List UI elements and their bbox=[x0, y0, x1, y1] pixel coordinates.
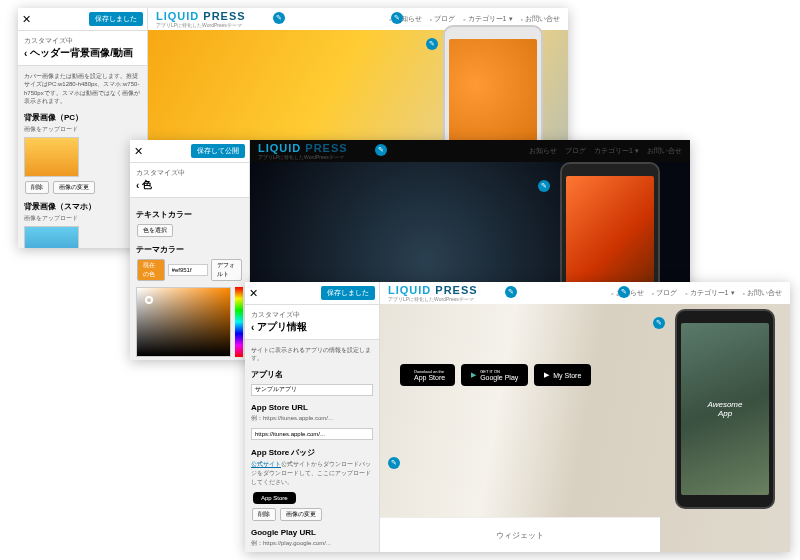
edit-shortcut-icon[interactable]: ✎ bbox=[426, 38, 438, 50]
app-overlay-text: Awesome App bbox=[703, 400, 747, 418]
googleplay-badge[interactable]: ▶GET IT ONGoogle Play bbox=[461, 364, 528, 386]
nav-menu: ◦ お知らせ ◦ ブログ ◦ カテゴリー1▾ ◦ お問い合せ bbox=[389, 14, 560, 24]
nav-cat[interactable]: カテゴリー1▾ bbox=[594, 146, 639, 156]
back-icon[interactable]: ‹ bbox=[136, 180, 139, 191]
section-description: カバー画像または動画を設定します。推奨サイズはPC:w1280-h480px、ス… bbox=[24, 72, 141, 106]
breadcrumb[interactable]: カスタマイズ中 ‹アプリ情報 bbox=[245, 305, 379, 340]
nav-cat[interactable]: ◦ カテゴリー1▾ bbox=[685, 288, 734, 298]
appstore-badge-thumb[interactable]: App Store bbox=[253, 492, 296, 504]
close-icon[interactable]: ✕ bbox=[249, 287, 258, 300]
edit-shortcut-icon[interactable]: ✎ bbox=[375, 144, 387, 156]
breadcrumb[interactable]: カスタマイズ中 ‹ヘッダー背景画像/動画 bbox=[18, 31, 147, 66]
edit-shortcut-icon[interactable]: ✎ bbox=[391, 12, 403, 24]
site-nav: LIQUID PRESS アプリLPに特化したWordPressテーマ ◦ お知… bbox=[380, 282, 790, 304]
default-button[interactable]: デフォルト bbox=[211, 259, 242, 281]
appstore-badge[interactable]: Download on theApp Store bbox=[400, 364, 455, 386]
bg-pc-label: 背景画像（PC） bbox=[24, 112, 141, 123]
text-color-label: テキストカラー bbox=[136, 209, 243, 220]
sidebar: ✕ 保存して公開 カスタマイズ中 ‹色 テキストカラー 色を選択 テーマカラー … bbox=[130, 140, 250, 360]
save-publish-button[interactable]: 保存して公開 bbox=[191, 144, 245, 158]
section-description: サイトに表示されるアプリの情報を設定します。 bbox=[251, 346, 373, 363]
select-color-button[interactable]: 色を選択 bbox=[137, 224, 173, 237]
change-image-button[interactable]: 画像の変更 bbox=[53, 181, 95, 194]
close-icon[interactable]: ✕ bbox=[134, 145, 143, 158]
nav-blog[interactable]: ◦ ブログ bbox=[652, 288, 677, 298]
back-icon[interactable]: ‹ bbox=[24, 48, 27, 59]
customizer-panel-app-info: ✕ 保存しました カスタマイズ中 ‹アプリ情報 サイトに表示されるアプリの情報を… bbox=[245, 282, 790, 552]
image-thumbnail-sp[interactable] bbox=[24, 226, 79, 248]
nav-menu: お知らせ ブログ カテゴリー1▾ お問い合せ bbox=[529, 146, 682, 156]
gplay-url-label: Google Play URL bbox=[251, 528, 373, 537]
edit-shortcut-icon[interactable]: ✎ bbox=[505, 286, 517, 298]
nav-blog[interactable]: ブログ bbox=[565, 146, 586, 156]
edit-shortcut-icon[interactable]: ✎ bbox=[618, 286, 630, 298]
nav-contact[interactable]: お問い合せ bbox=[647, 146, 682, 156]
mystore-badge[interactable]: ▶ My Store bbox=[534, 364, 591, 386]
nav-contact[interactable]: ◦ お問い合せ bbox=[521, 14, 560, 24]
color-picker[interactable] bbox=[136, 287, 231, 357]
preview-pane: LIQUID PRESS アプリLPに特化したWordPressテーマ ◦ お知… bbox=[380, 282, 790, 552]
site-logo[interactable]: LIQUID PRESS bbox=[258, 142, 348, 154]
official-link[interactable]: 公式サイト bbox=[251, 461, 281, 467]
customizing-label: カスタマイズ中 bbox=[24, 36, 141, 46]
close-icon[interactable]: ✕ bbox=[22, 13, 31, 26]
sidebar-header: ✕ 保存して公開 bbox=[130, 140, 249, 163]
section-title: ヘッダー背景画像/動画 bbox=[30, 46, 133, 60]
sidebar-header: ✕ 保存しました bbox=[245, 282, 379, 305]
nav-contact[interactable]: ◦ お問い合せ bbox=[743, 288, 782, 298]
breadcrumb[interactable]: カスタマイズ中 ‹色 bbox=[130, 163, 249, 198]
nav-news[interactable]: お知らせ bbox=[529, 146, 557, 156]
nav-cat[interactable]: ◦ カテゴリー1▾ bbox=[463, 14, 512, 24]
section-title: アプリ情報 bbox=[257, 320, 307, 334]
upload-help-sp: 画像をアップロード bbox=[24, 214, 141, 223]
sidebar: ✕ 保存しました カスタマイズ中 ‹ヘッダー背景画像/動画 カバー画像または動画… bbox=[18, 8, 148, 248]
site-tagline: アプリLPに特化したWordPressテーマ bbox=[156, 22, 246, 28]
sidebar-header: ✕ 保存しました bbox=[18, 8, 147, 31]
site-tagline: アプリLPに特化したWordPressテーマ bbox=[258, 154, 348, 160]
gplay-url-hint: 例：https://play.google.com/... bbox=[251, 539, 373, 548]
current-color-swatch[interactable]: 現在の色 bbox=[137, 259, 165, 281]
appstore-badge-desc: 公式サイト公式サイトからダウンロードバッジをダウンロードして、ここにアップロード… bbox=[251, 460, 373, 487]
saved-badge: 保存しました bbox=[89, 12, 143, 26]
delete-button[interactable]: 削除 bbox=[252, 508, 276, 521]
widget-area[interactable]: ウィジェット bbox=[380, 517, 660, 552]
delete-button[interactable]: 削除 bbox=[25, 181, 49, 194]
site-nav: LIQUID PRESS アプリLPに特化したWordPressテーマ ◦ お知… bbox=[148, 8, 568, 30]
edit-shortcut-icon[interactable]: ✎ bbox=[653, 317, 665, 329]
edit-shortcut-icon[interactable]: ✎ bbox=[388, 457, 400, 469]
theme-color-label: テーマカラー bbox=[136, 244, 243, 255]
site-nav: LIQUID PRESS アプリLPに特化したWordPressテーマ お知らせ… bbox=[250, 140, 690, 162]
nav-blog[interactable]: ◦ ブログ bbox=[430, 14, 455, 24]
hero-image: Download on theApp Store ▶GET IT ONGoogl… bbox=[380, 304, 790, 552]
back-icon[interactable]: ‹ bbox=[251, 322, 254, 333]
site-tagline: アプリLPに特化したWordPressテーマ bbox=[388, 296, 478, 302]
appstore-url-input[interactable] bbox=[251, 428, 373, 440]
hex-input[interactable] bbox=[168, 264, 208, 276]
upload-help: 画像をアップロード bbox=[24, 125, 141, 134]
sidebar-body: テキストカラー 色を選択 テーマカラー 現在の色 デフォルト リンクカラー 色を… bbox=[130, 198, 249, 360]
saved-badge: 保存しました bbox=[321, 286, 375, 300]
play-icon: ▶ bbox=[471, 371, 476, 379]
appstore-badge-label: App Store バッジ bbox=[251, 447, 373, 458]
change-image-button[interactable]: 画像の変更 bbox=[280, 508, 322, 521]
edit-shortcut-icon[interactable]: ✎ bbox=[538, 180, 550, 192]
app-name-label: アプリ名 bbox=[251, 369, 373, 380]
phone-mockup: Awesome App bbox=[675, 309, 775, 509]
appstore-url-label: App Store URL bbox=[251, 403, 373, 412]
app-name-input[interactable] bbox=[251, 384, 373, 396]
customizing-label: カスタマイズ中 bbox=[136, 168, 243, 178]
edit-shortcut-icon[interactable]: ✎ bbox=[273, 12, 285, 24]
site-logo[interactable]: LIQUID PRESS bbox=[388, 284, 478, 296]
appstore-url-hint: 例：https://itunes.apple.com/... bbox=[251, 414, 373, 423]
section-title: 色 bbox=[142, 178, 152, 192]
nav-menu: ◦ お知らせ ◦ ブログ ◦ カテゴリー1▾ ◦ お問い合せ bbox=[611, 288, 782, 298]
customizing-label: カスタマイズ中 bbox=[251, 310, 373, 320]
site-logo[interactable]: LIQUID PRESS bbox=[156, 10, 246, 22]
sidebar-body: サイトに表示されるアプリの情報を設定します。 アプリ名 App Store UR… bbox=[245, 340, 379, 552]
bg-sp-label: 背景画像（スマホ） bbox=[24, 201, 141, 212]
sidebar: ✕ 保存しました カスタマイズ中 ‹アプリ情報 サイトに表示されるアプリの情報を… bbox=[245, 282, 380, 552]
hue-slider[interactable] bbox=[235, 287, 243, 357]
sidebar-body: カバー画像または動画を設定します。推奨サイズはPC:w1280-h480px、ス… bbox=[18, 66, 147, 248]
image-thumbnail[interactable] bbox=[24, 137, 79, 177]
